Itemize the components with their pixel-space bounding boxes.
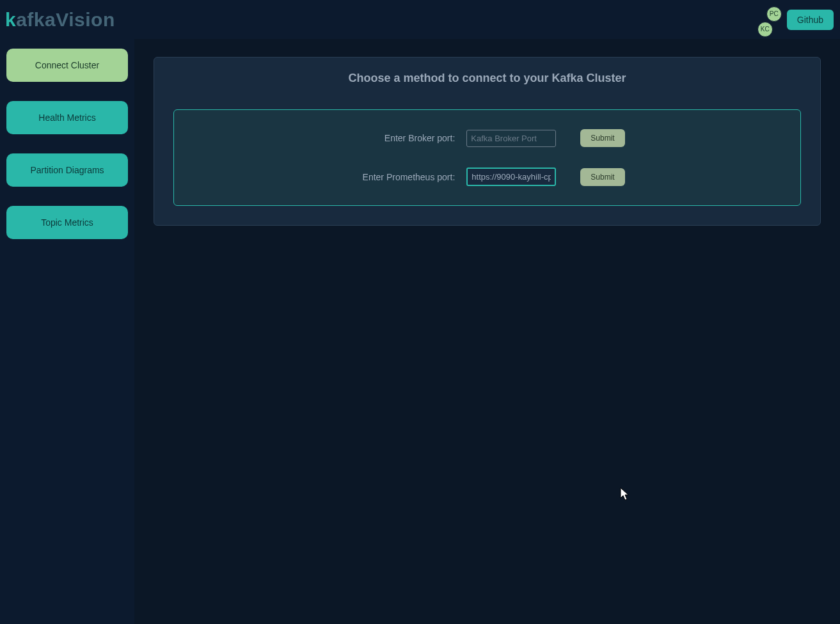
github-button[interactable]: Github (787, 10, 834, 30)
prometheus-row: Enter Prometheus port: Submit (187, 168, 788, 186)
main-content: Choose a method to connect to your Kafka… (134, 39, 840, 624)
avatar-stack: PC KC (750, 4, 782, 36)
connect-panel: Choose a method to connect to your Kafka… (154, 57, 821, 226)
sidebar-item-partition-diagrams[interactable]: Partition Diagrams (6, 153, 128, 187)
sidebar-item-connect-cluster[interactable]: Connect Cluster (6, 49, 128, 82)
broker-port-input[interactable] (466, 130, 556, 147)
sidebar-item-label: Topic Metrics (41, 217, 93, 228)
sidebar-item-label: Partition Diagrams (30, 165, 104, 175)
connect-form: Enter Broker port: Submit Enter Promethe… (173, 109, 801, 206)
broker-label: Enter Broker port: (349, 133, 455, 143)
prometheus-port-input[interactable] (466, 168, 556, 186)
app-logo: kafkaVision (5, 9, 115, 31)
logo-rest: afkaVision (16, 9, 115, 31)
sidebar-item-health-metrics[interactable]: Health Metrics (6, 101, 128, 134)
broker-row: Enter Broker port: Submit (187, 129, 788, 147)
broker-submit-button[interactable]: Submit (580, 129, 624, 147)
sidebar: Connect Cluster Health Metrics Partition… (0, 39, 134, 624)
header-right: PC KC Github (750, 4, 834, 36)
sidebar-item-topic-metrics[interactable]: Topic Metrics (6, 206, 128, 239)
sidebar-item-label: Health Metrics (38, 113, 95, 123)
app-header: kafkaVision PC KC Github (0, 0, 840, 39)
prometheus-label: Enter Prometheus port: (349, 172, 455, 182)
avatar-kc[interactable]: KC (757, 22, 773, 37)
logo-k: k (5, 9, 16, 31)
panel-title: Choose a method to connect to your Kafka… (173, 72, 801, 85)
layout: Connect Cluster Health Metrics Partition… (0, 39, 840, 624)
cursor-icon (619, 487, 632, 502)
avatar-pc[interactable]: PC (766, 6, 782, 22)
sidebar-item-label: Connect Cluster (35, 60, 99, 70)
prometheus-submit-button[interactable]: Submit (580, 168, 624, 186)
